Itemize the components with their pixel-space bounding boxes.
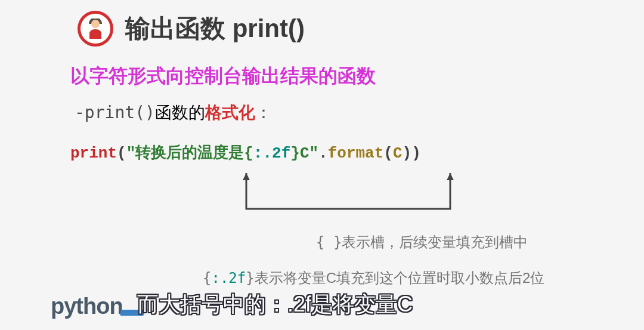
subtitle-caption: 而大括号中的：.2f是将变量C (137, 290, 413, 319)
logo-text: python (51, 294, 123, 319)
teacher-icon (86, 18, 104, 39)
code-paren1: ( (117, 144, 126, 162)
subtitle: 以字符形式向控制台输出结果的函数 (0, 47, 644, 90)
code-quote1: " (126, 144, 136, 162)
note2-text: 表示将变量C填充到这个位置时取小数点后2位 (255, 270, 545, 286)
code-paren2: ( (383, 144, 393, 162)
header-row: 输出函数 print() (0, 0, 644, 47)
note-format: {:.2f}表示将变量C填充到这个位置时取小数点后2位 (203, 269, 544, 288)
text1: 函数的 (155, 103, 205, 122)
code-paren3: ) (402, 144, 412, 162)
dash: - (75, 103, 85, 122)
code-paren4: ) (411, 144, 421, 162)
code-str2: C (300, 144, 309, 162)
code-print: print (70, 144, 117, 162)
note2-fmt: :.2f (211, 270, 246, 286)
note-slot: { }表示槽，后续变量填充到槽中 (316, 233, 528, 252)
person-icon (78, 11, 113, 47)
code-var: C (393, 144, 402, 162)
code-str1: 转换后的温度是 (135, 144, 244, 162)
code-brace1: { (244, 144, 253, 162)
note1-brace: { } (316, 234, 342, 251)
code-dot: . (318, 144, 328, 162)
note2-brace2: } (246, 270, 254, 286)
code-format: format (328, 144, 384, 162)
format-line: -print()函数的格式化： (0, 90, 644, 124)
note2-brace1: { (203, 270, 211, 286)
code-brace2: } (290, 144, 300, 162)
note1-text: 表示槽，后续变量填充到槽中 (342, 234, 528, 250)
code-fmt: :.2f (253, 144, 290, 162)
print-word: print() (85, 103, 155, 122)
red-text: 格式化 (205, 103, 255, 122)
code-line: print("转换后的温度是{:.2f}C".format(C)) (0, 124, 644, 163)
svg-point-0 (91, 20, 100, 28)
python-logo: python (51, 294, 144, 319)
code-quote2: " (309, 144, 318, 162)
arrow-diagram (242, 173, 462, 221)
page-title: 输出函数 print() (125, 12, 305, 45)
colon: ： (255, 103, 272, 122)
